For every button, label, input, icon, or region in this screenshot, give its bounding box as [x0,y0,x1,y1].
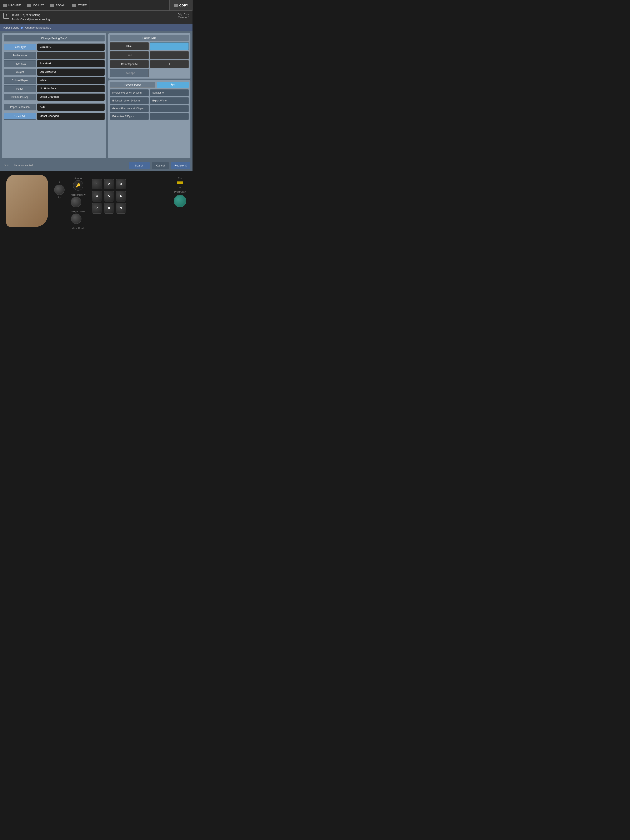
punch-label[interactable]: Punch [4,85,36,92]
favorite-tab[interactable]: Spe [157,82,189,88]
paper-separation-label[interactable]: Paper Separation [4,104,36,111]
fine-btn[interactable]: Fine [110,51,149,59]
key-9[interactable]: 9 [116,203,126,213]
button-column: Access 🔑 Mode Memory Utility/Counter Mod… [71,177,85,230]
utility-counter-label: Utility/Counter [71,210,85,213]
yellow-button[interactable] [177,182,183,184]
both-sides-value: Offset Changed [37,93,104,101]
key-7[interactable]: 7 [92,203,102,213]
breadcrumb: Paper Setting ▶ ChangeIndividualSet. [0,24,193,31]
fav-item-8[interactable] [150,113,189,120]
main-content: Change Setting Tray5 Paper Type Coated-G… [0,31,193,160]
register-button[interactable]: Register & [171,162,190,169]
fav-item-4[interactable]: Expert White [150,97,189,104]
breadcrumb-current: ChangeIndividualSet. [25,26,51,29]
paper-size-label[interactable]: Paper Size [4,60,36,67]
brightness-knob[interactable] [54,185,65,195]
proof-copy-label: Proof Copy [174,191,186,193]
mode-memory-button[interactable] [71,197,81,207]
key-1[interactable]: 1 [92,179,102,189]
time-indicator: ⏱ 14 [2,164,11,167]
copy-icon [174,4,178,7]
fav-item-3[interactable]: Elifenbein Linen 246gsm [110,97,149,104]
favorite-grid: Invercote G Linen 240gsm Senator lei Eli… [110,89,189,120]
key-8[interactable]: 8 [104,203,114,213]
paper-type-section: Paper Type Plain Fine Color Specific T E… [108,33,190,79]
colored-paper-row: Colored Paper White [4,77,104,84]
profile-name-label[interactable]: Profile Name [4,52,36,59]
brightness-control: ☀ lity [54,181,65,199]
expert-adj-label[interactable]: Expert Adj. [4,113,36,120]
top-nav: MACHINE JOB LIST RECALL STORE COPY [0,0,193,11]
fav-item-6[interactable] [150,105,189,112]
type-btn-t[interactable]: T [150,60,189,68]
panel-title: Change Setting Tray5 [4,35,104,41]
envelope-btn[interactable]: Envelope [110,69,149,77]
paper-type-section-title: Paper Type [110,35,189,41]
favorite-title: Favorite Paper [110,82,155,88]
fav-item-2[interactable]: Senator lei [150,89,189,96]
favorite-section: Favorite Paper Spe Invercote G Linen 240… [108,80,190,158]
numpad: 1 2 3 4 5 6 7 8 9 [92,179,126,213]
access-label: Access [73,177,83,179]
left-panel: Change Setting Tray5 Paper Type Coated-G… [2,33,106,158]
plain-btn[interactable]: Plain [110,42,149,50]
nav-store[interactable]: STORE [69,0,90,10]
mode-memory-label: Mode Memory [71,194,85,196]
access-button[interactable]: 🔑 [73,180,83,191]
int-label: Int [179,186,181,188]
cancel-button[interactable]: Cancel [152,162,169,169]
info-text: Touch [OK] to fix setting Touch [Cancel]… [12,13,50,22]
quality-label: lity [58,196,61,199]
fav-item-7[interactable]: Extra+ feel 250gsm [110,113,149,120]
nav-copy[interactable]: COPY [169,0,193,10]
proof-copy-section: Proof Copy [174,191,186,207]
colored-paper-value: White [37,77,104,84]
bottom-bar: ⏱ 14 oller unconnected Search Cancel Reg… [0,160,193,171]
numpad-section: 1 2 3 4 5 6 7 8 9 [92,179,126,213]
res-label: Res [178,177,182,179]
access-group: Access 🔑 [73,177,83,191]
fav-item-5[interactable]: Gmund Ever aomori 300gsm [110,105,149,112]
both-sides-row: Both Sides Adj. Offset Changed [4,93,104,101]
physical-controls: ☀ lity Access 🔑 Mode Memory Utility/Coun… [0,171,193,234]
paper-type-label[interactable]: Paper Type [4,44,36,51]
orig-counter: Orig. Cour Reserve J [178,13,189,19]
proof-copy-button[interactable] [174,195,186,207]
mode-check-group: Mode Check [72,227,85,230]
key-3[interactable]: 3 [116,179,126,189]
active-type-btn[interactable] [150,42,189,50]
paper-size-value: Standard [37,60,104,67]
key-2[interactable]: 2 [104,179,114,189]
status-text: oller unconnected [13,164,126,167]
weight-label[interactable]: Weight [4,69,36,76]
color-specific-btn[interactable]: Color Specific [110,60,149,68]
utility-counter-button[interactable] [71,213,82,224]
both-sides-label[interactable]: Both Sides Adj. [4,94,36,100]
key-5[interactable]: 5 [104,191,114,202]
paper-separation-value: Auto [37,104,104,111]
right-panel: Paper Type Plain Fine Color Specific T E… [108,33,190,158]
breadcrumb-arrow: ▶ [21,25,24,30]
fav-item-1[interactable]: Invercote G Linen 240gsm [110,89,149,96]
search-button[interactable]: Search [129,162,150,169]
expert-adj-value: Offset Changed [37,113,104,120]
type-btn-4[interactable] [150,51,189,59]
recall-icon [50,4,54,7]
key-4[interactable]: 4 [92,191,102,202]
paper-type-row: Paper Type Coated-G [4,44,104,51]
weight-row: Weight 301-350g/m2 [4,68,104,76]
brightness-label: ☀ [58,181,60,183]
nav-job-list[interactable]: JOB LIST [24,0,47,10]
colored-paper-label[interactable]: Colored Paper [4,77,36,84]
store-icon [72,4,76,7]
hand-decoration [6,175,48,227]
paper-type-value: Coated-G [37,44,104,51]
utility-counter-group: Utility/Counter [71,210,85,224]
job-list-icon [27,4,31,7]
info-icon: i [3,13,9,19]
mode-memory-group: Mode Memory [71,194,85,207]
nav-machine[interactable]: MACHINE [0,0,24,10]
nav-recall[interactable]: RECALL [47,0,69,10]
key-6[interactable]: 6 [116,191,126,202]
